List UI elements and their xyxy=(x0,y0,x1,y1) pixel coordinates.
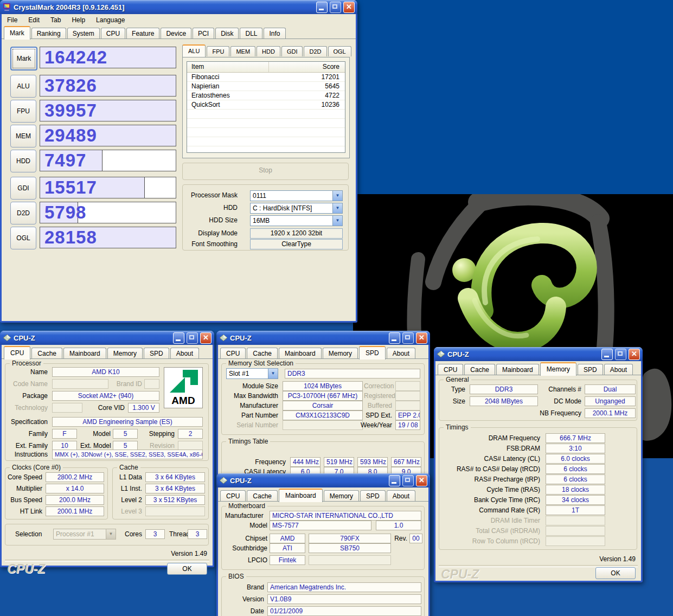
desktop: CrystalMark 2004R3 [0.9.126.451] File Ed… xyxy=(0,0,673,616)
module-size-label: Module Size xyxy=(224,381,278,391)
col-item[interactable]: Item xyxy=(187,62,269,72)
bios-date-field: 01/21/2009 xyxy=(267,606,421,616)
processor-select[interactable]: Processor #1 xyxy=(53,529,116,540)
tab-about[interactable]: About xyxy=(387,490,415,502)
col-score[interactable]: Score xyxy=(269,62,345,72)
ok-button[interactable]: OK xyxy=(595,567,636,579)
tab-memory[interactable]: Memory xyxy=(107,348,143,359)
subtab-hdd[interactable]: HDD xyxy=(257,46,280,56)
menu-help[interactable]: Help xyxy=(72,16,85,24)
hdd-score-button[interactable]: HDD xyxy=(10,150,36,172)
cpuz-titlebar[interactable]: CPU-Z xyxy=(434,347,643,361)
d2d-score-button[interactable]: D2D xyxy=(10,202,36,224)
tab-memory[interactable]: Memory xyxy=(323,348,358,359)
tab-cache[interactable]: Cache xyxy=(247,490,278,502)
cpuz-tabrow: CPU Cache Mainboard Memory SPD About xyxy=(218,345,428,359)
tab-mark[interactable]: Mark xyxy=(4,26,30,40)
close-button[interactable] xyxy=(416,332,427,344)
close-button[interactable] xyxy=(200,332,211,344)
mark-score-button[interactable]: Mark xyxy=(10,47,37,70)
slot-select[interactable]: Slot #1 xyxy=(226,368,278,379)
hdd-size-select[interactable]: 16MB xyxy=(250,215,343,226)
fpu-score-button[interactable]: FPU xyxy=(10,100,36,123)
subtab-ogl[interactable]: OGL xyxy=(328,46,351,56)
crystalmark-app-icon xyxy=(3,3,11,11)
tab-cache[interactable]: Cache xyxy=(247,348,278,359)
mark-score-bar: 164242 xyxy=(40,47,176,68)
tab-memory[interactable]: Memory xyxy=(324,490,359,502)
mem-score-button[interactable]: MEM xyxy=(10,125,36,147)
mb-manufacturer-label: Manufacturer xyxy=(225,511,268,521)
tab-disk[interactable]: Disk xyxy=(215,28,239,39)
cpuz-titlebar[interactable]: CPU-Z xyxy=(216,473,430,487)
minimize-button[interactable] xyxy=(316,2,328,13)
alu-score-button[interactable]: ALU xyxy=(10,75,36,98)
tab-spd[interactable]: SPD xyxy=(359,346,386,360)
menu-file[interactable]: File xyxy=(7,16,17,24)
subtab-mem[interactable]: MEM xyxy=(230,46,255,56)
cpuz-titlebar[interactable]: CPU-Z xyxy=(216,331,430,345)
tab-cache[interactable]: Cache xyxy=(464,364,495,375)
crystalmark-titlebar[interactable]: CrystalMark 2004R3 [0.9.126.451] xyxy=(0,0,357,14)
minimize-button[interactable] xyxy=(389,332,400,344)
ok-button[interactable]: OK xyxy=(167,563,207,575)
subtab-alu[interactable]: ALU xyxy=(182,44,206,57)
maximize-button[interactable] xyxy=(615,349,626,360)
tab-info[interactable]: Info xyxy=(264,28,285,39)
chevron-down-icon[interactable] xyxy=(332,190,343,201)
subtab-d2d[interactable]: D2D xyxy=(304,46,326,56)
minimize-button[interactable] xyxy=(389,475,400,486)
l1-inst-field: 3 x 64 KBytes xyxy=(145,484,205,493)
tab-cpu[interactable]: CPU xyxy=(220,348,246,359)
tab-about[interactable]: About xyxy=(604,364,633,375)
minimize-button[interactable] xyxy=(601,349,613,360)
tab-spd[interactable]: SPD xyxy=(360,490,386,502)
tab-ranking[interactable]: Ranking xyxy=(31,28,66,39)
chevron-down-icon[interactable] xyxy=(332,215,343,226)
registered-field xyxy=(395,391,420,401)
menu-edit[interactable]: Edit xyxy=(28,16,40,24)
tab-mainboard[interactable]: Mainboard xyxy=(63,348,106,359)
chevron-down-icon[interactable] xyxy=(268,368,278,379)
menu-language[interactable]: Language xyxy=(96,16,125,24)
maximize-button[interactable] xyxy=(402,332,414,344)
stop-button[interactable]: Stop xyxy=(182,163,349,180)
tab-spd[interactable]: SPD xyxy=(578,364,603,375)
minimize-button[interactable] xyxy=(173,332,184,344)
tab-cache[interactable]: Cache xyxy=(31,348,62,359)
cpuz-titlebar[interactable]: CPU-Z xyxy=(0,331,214,345)
tab-mainboard[interactable]: Mainboard xyxy=(279,489,323,502)
menu-tab[interactable]: Tab xyxy=(50,16,61,24)
maximize-button[interactable] xyxy=(187,332,198,344)
tab-about[interactable]: About xyxy=(387,348,415,359)
tab-device[interactable]: Device xyxy=(161,28,191,39)
processor-mask-select[interactable]: 0111 xyxy=(250,190,343,201)
tab-about[interactable]: About xyxy=(170,348,199,359)
tab-cpu[interactable]: CPU xyxy=(101,28,125,39)
tab-system[interactable]: System xyxy=(67,28,100,39)
close-button[interactable] xyxy=(416,475,427,486)
maximize-button[interactable] xyxy=(402,475,414,486)
chevron-down-icon[interactable] xyxy=(332,203,343,214)
close-button[interactable] xyxy=(343,2,355,13)
hdd-select[interactable]: C : HardDisk [NTFS] xyxy=(250,203,343,214)
tab-memory[interactable]: Memory xyxy=(540,362,576,376)
max-bandwidth-field: PC3-10700H (667 MHz) xyxy=(283,391,363,401)
d2d-score-bar: 5798 xyxy=(40,202,176,223)
tab-mainboard[interactable]: Mainboard xyxy=(279,348,322,359)
maximize-button[interactable] xyxy=(330,2,341,13)
memory-type-field: DDR3 xyxy=(285,369,420,378)
tab-cpu[interactable]: CPU xyxy=(4,346,30,360)
close-button[interactable] xyxy=(629,349,640,360)
ogl-score-button[interactable]: OGL xyxy=(10,227,36,249)
tab-pci[interactable]: PCI xyxy=(193,28,214,39)
tab-feature[interactable]: Feature xyxy=(126,28,159,39)
tab-mainboard[interactable]: Mainboard xyxy=(496,364,539,375)
tab-cpu[interactable]: CPU xyxy=(220,490,246,502)
tab-cpu[interactable]: CPU xyxy=(438,364,463,375)
subtab-fpu[interactable]: FPU xyxy=(207,46,229,56)
gdi-score-button[interactable]: GDI xyxy=(10,177,36,200)
tab-spd[interactable]: SPD xyxy=(144,348,169,359)
tab-dll[interactable]: DLL xyxy=(240,28,262,39)
subtab-gdi[interactable]: GDI xyxy=(281,46,303,56)
